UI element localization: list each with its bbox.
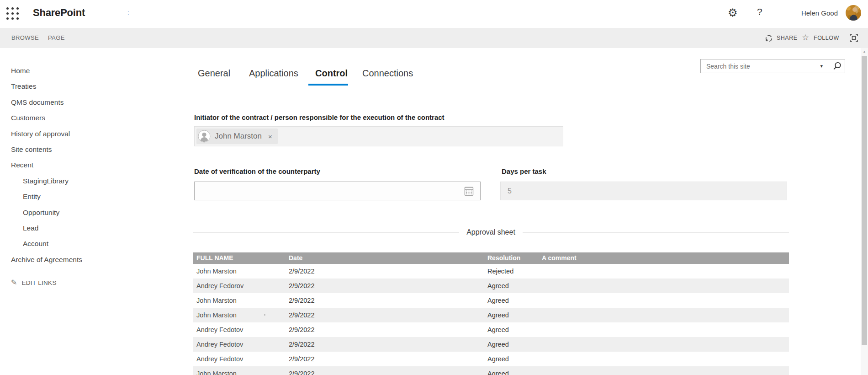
column-full-name: FULL NAME	[196, 252, 233, 264]
avatar[interactable]	[846, 5, 861, 21]
table-row: John Marston 2/9/2022 Rejected	[193, 264, 789, 279]
cell-resolution: Agreed	[487, 337, 509, 352]
sidebar-item-archive-of-agreements[interactable]: Archive of Agreements	[11, 252, 148, 268]
topbar: SharePoint : ⚙ ? Helen Good	[0, 0, 868, 28]
sidebar-item-qms-documents[interactable]: QMS documents	[11, 95, 148, 110]
column-date: Date	[289, 252, 302, 264]
help-icon[interactable]: ?	[757, 6, 762, 17]
follow-button[interactable]: FOLLOW	[814, 28, 839, 48]
initiator-people-picker[interactable]: John Marston ×	[194, 126, 563, 146]
days-per-task-label: Days per task	[502, 167, 546, 175]
ribbon-tab-browse[interactable]: BROWSE	[11, 28, 39, 48]
table-row: Andrey Fedotov 2/9/2022 Agreed	[193, 322, 789, 337]
cell-date: 2/9/2022	[289, 308, 314, 322]
sidebar-item-opportunity[interactable]: Opportunity	[11, 205, 148, 220]
date-input[interactable]	[199, 184, 455, 198]
search-input[interactable]	[705, 60, 810, 72]
column-resolution: Resolution	[487, 252, 520, 264]
approval-sheet-heading: Approval sheet	[459, 228, 523, 237]
table-row: Andrey Fedotov 2/9/2022 Agreed	[193, 352, 789, 366]
site-search: ▾	[700, 59, 845, 73]
cell-resolution: Agreed	[487, 308, 509, 322]
cell-full-name: John Marston	[196, 308, 237, 322]
cursor-artifact: :	[127, 9, 129, 16]
ribbon-bar: BROWSE PAGE SHARE ☆ FOLLOW	[0, 28, 868, 48]
tab-control[interactable]: Control	[315, 67, 348, 80]
approval-table-header: FULL NAME Date Resolution A comment	[193, 252, 789, 264]
pencil-icon: ✎	[11, 279, 17, 286]
share-icon	[765, 34, 773, 44]
scrollbar-thumb[interactable]	[862, 56, 867, 345]
cell-date: 2/9/2022	[289, 279, 314, 293]
sidebar-item-lead[interactable]: Lead	[11, 220, 148, 236]
table-row: John Marston 2/9/2022 Agreed	[193, 366, 789, 375]
cell-date: 2/9/2022	[289, 322, 314, 337]
cell-resolution: Rejected	[487, 264, 513, 279]
share-button[interactable]: SHARE	[777, 28, 798, 48]
cell-resolution: Agreed	[487, 322, 509, 337]
table-row: Andrey Fedorov 2/9/2022 Agreed	[193, 279, 789, 293]
sidebar-item-entity[interactable]: Entity	[11, 189, 148, 204]
table-row: Andrey Fedotov 2/9/2022 Agreed	[193, 337, 789, 352]
table-row: John Marston 2/9/2022 Agreed	[193, 293, 789, 308]
user-name[interactable]: Helen Good	[799, 9, 838, 17]
gear-icon[interactable]: ⚙	[728, 6, 738, 19]
mouse-cursor-artifact	[264, 314, 265, 316]
search-icon[interactable]	[832, 61, 842, 73]
cell-resolution: Agreed	[487, 366, 509, 375]
sidebar-item-treaties[interactable]: Treaties	[11, 79, 148, 94]
tab-general[interactable]: General	[198, 67, 230, 80]
cell-resolution: Agreed	[487, 293, 509, 308]
date-verification-field	[194, 182, 481, 200]
app-title[interactable]: SharePoint	[33, 7, 85, 19]
days-input[interactable]	[507, 184, 776, 198]
app-launcher-icon[interactable]	[6, 7, 20, 21]
cell-full-name: John Marston	[196, 293, 237, 308]
person-chip-name: John Marston	[215, 132, 262, 141]
tab-connections[interactable]: Connections	[362, 67, 413, 80]
cell-date: 2/9/2022	[289, 337, 314, 352]
sidebar-heading-recent: Recent	[11, 157, 148, 173]
edit-links-label: EDIT LINKS	[21, 279, 56, 286]
cell-full-name: John Marston	[196, 264, 237, 279]
focus-on-content-icon[interactable]	[849, 33, 859, 45]
date-verification-label: Date of verification of the counterparty	[194, 167, 320, 175]
sidebar-item-account[interactable]: Account	[11, 236, 148, 252]
search-scope-chevron-icon[interactable]: ▾	[820, 63, 823, 69]
sidebar-item-home[interactable]: Home	[11, 63, 148, 79]
initiator-label: Initiator of the contract / person respo…	[194, 113, 445, 121]
active-tab-underline	[308, 84, 348, 86]
tab-applications[interactable]: Applications	[249, 67, 298, 80]
cell-date: 2/9/2022	[289, 293, 314, 308]
person-chip[interactable]: John Marston ×	[196, 129, 278, 144]
cell-full-name: Andrey Fedorov	[196, 279, 243, 293]
follow-star-icon[interactable]: ☆	[802, 28, 809, 48]
sidebar-item-site-contents[interactable]: Site contents	[11, 142, 148, 157]
person-placeholder-icon	[198, 130, 211, 143]
cell-date: 2/9/2022	[289, 352, 314, 366]
sidebar-item-history-of-approval[interactable]: History of approval	[11, 126, 148, 142]
sidebar-item-staginglibrary[interactable]: StagingLibrary	[11, 173, 148, 189]
approval-sheet-heading-wrap: Approval sheet	[193, 228, 789, 237]
days-per-task-field	[500, 182, 787, 200]
vertical-scrollbar[interactable]: ▲	[861, 48, 868, 375]
table-row: John Marston 2/9/2022 Agreed	[193, 308, 789, 322]
cell-resolution: Agreed	[487, 352, 509, 366]
cell-date: 2/9/2022	[289, 264, 314, 279]
approval-table: FULL NAME Date Resolution A comment John…	[193, 252, 789, 375]
edit-links-button[interactable]: ✎EDIT LINKS	[11, 275, 57, 290]
cell-resolution: Agreed	[487, 279, 509, 293]
cell-date: 2/9/2022	[289, 366, 314, 375]
remove-person-icon[interactable]: ×	[268, 133, 272, 140]
cell-full-name: Andrey Fedotov	[196, 352, 243, 366]
calendar-icon[interactable]	[464, 186, 474, 198]
cell-full-name: Andrey Fedotov	[196, 322, 243, 337]
scroll-up-arrow-icon[interactable]: ▲	[861, 50, 868, 53]
cell-full-name: John Marston	[196, 366, 237, 375]
cell-full-name: Andrey Fedotov	[196, 337, 243, 352]
ribbon-tab-page[interactable]: PAGE	[48, 28, 65, 48]
sidebar-item-customers[interactable]: Customers	[11, 110, 148, 126]
column-comment: A comment	[542, 252, 577, 264]
sidebar-nav: Home Treaties QMS documents Customers Hi…	[11, 63, 148, 268]
